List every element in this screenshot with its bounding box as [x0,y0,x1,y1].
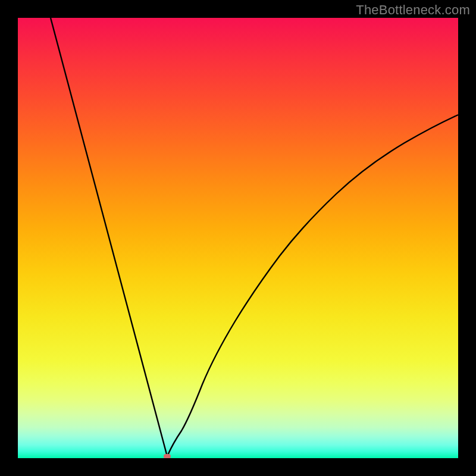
curve-right-segment [167,115,458,456]
plot-area [18,18,458,458]
optimum-marker [164,454,171,458]
curve-left-segment [51,18,167,456]
bottleneck-curve [18,18,458,458]
chart-frame: TheBottleneck.com [0,0,476,476]
watermark-text: TheBottleneck.com [356,2,470,18]
